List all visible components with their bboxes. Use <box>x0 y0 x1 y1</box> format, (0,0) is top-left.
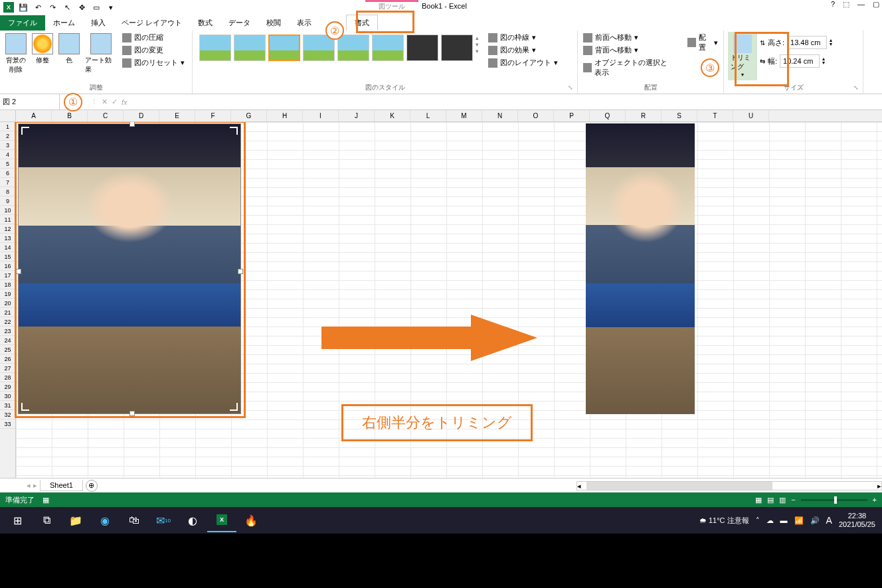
height-input[interactable] <box>787 36 827 49</box>
row-header-5[interactable]: 5 <box>0 159 15 169</box>
pic-layout-button[interactable]: 図のレイアウト ▾ <box>487 57 559 68</box>
col-header-T[interactable]: T <box>697 110 733 121</box>
col-header-A[interactable]: A <box>16 110 52 121</box>
sheet-nav-first[interactable]: ◂ <box>27 481 31 490</box>
edge-icon[interactable]: ◉ <box>90 508 120 532</box>
row-header-28[interactable]: 28 <box>0 373 15 382</box>
wifi-icon[interactable]: 📶 <box>794 516 804 525</box>
tab-data[interactable]: データ <box>220 15 258 31</box>
row-header-19[interactable]: 19 <box>0 289 15 299</box>
row-header-29[interactable]: 29 <box>0 382 15 392</box>
hscroll[interactable]: ◂ ▸ <box>576 481 882 490</box>
row-header-22[interactable]: 22 <box>0 317 15 327</box>
ribbon-opts-button[interactable]: ⬚ <box>843 0 849 9</box>
col-header-N[interactable]: N <box>482 110 518 121</box>
cancel-fx-icon[interactable]: ✕ <box>102 98 108 106</box>
style-thumb-7[interactable] <box>406 35 438 61</box>
row-header-26[interactable]: 26 <box>0 354 15 364</box>
row-header-23[interactable]: 23 <box>0 327 15 336</box>
row-header-24[interactable]: 24 <box>0 336 15 345</box>
col-header-S[interactable]: S <box>662 110 697 121</box>
save-icon[interactable]: 💾 <box>17 1 29 13</box>
style-thumb-5[interactable] <box>337 35 369 61</box>
name-box[interactable]: 図 2 <box>0 94 60 110</box>
row-header-13[interactable]: 13 <box>0 234 15 243</box>
row-header-7[interactable]: 7 <box>0 178 15 187</box>
sheet-nav-last[interactable]: ▸ <box>33 481 37 490</box>
row-header-2[interactable]: 2 <box>0 131 15 141</box>
row-header-17[interactable]: 17 <box>0 271 15 280</box>
picture-1[interactable] <box>18 123 241 414</box>
tab-review[interactable]: 校閲 <box>258 15 289 31</box>
sheet-tab-1[interactable]: Sheet1 <box>40 480 83 491</box>
cells-area[interactable]: 右側半分をトリミング <box>16 122 882 478</box>
mail-icon[interactable]: ✉10 <box>149 508 178 532</box>
tab-view[interactable]: 表示 <box>289 15 319 31</box>
trim-button[interactable]: トリミング ▾ <box>728 32 757 80</box>
fx-icon[interactable]: fx <box>122 98 128 106</box>
style-thumb-6[interactable] <box>372 35 404 61</box>
select-all-corner[interactable] <box>0 110 16 121</box>
col-header-L[interactable]: L <box>410 110 446 121</box>
row-header-4[interactable]: 4 <box>0 150 15 159</box>
excel-icon[interactable]: X <box>3 1 15 13</box>
touch-icon[interactable]: ✥ <box>76 1 88 13</box>
col-header-I[interactable]: I <box>303 110 339 121</box>
style-thumb-8[interactable] <box>441 35 473 61</box>
row-header-12[interactable]: 12 <box>0 224 15 234</box>
tab-layout[interactable]: ページ レイアウト <box>114 15 190 31</box>
more-icon[interactable]: ⋮ <box>90 98 98 106</box>
onedrive-icon[interactable]: ☁ <box>766 516 774 525</box>
maximize-button[interactable]: ▢ <box>873 0 879 9</box>
zoom-slider[interactable] <box>801 499 867 501</box>
col-header-R[interactable]: R <box>626 110 662 121</box>
row-header-21[interactable]: 21 <box>0 308 15 317</box>
col-header-F[interactable]: F <box>195 110 231 121</box>
row-header-25[interactable]: 25 <box>0 345 15 354</box>
tab-home[interactable]: ホーム <box>45 15 83 31</box>
row-header-16[interactable]: 16 <box>0 261 15 271</box>
add-sheet-button[interactable]: ⊕ <box>86 480 98 492</box>
reset-pic-button[interactable]: 図のリセット ▾ <box>121 57 186 68</box>
app-icon[interactable]: 🔥 <box>236 508 266 532</box>
clock[interactable]: 22:38 2021/05/25 <box>839 512 875 529</box>
col-header-O[interactable]: O <box>518 110 554 121</box>
view-layout-icon[interactable]: ▤ <box>767 496 774 504</box>
style-thumb-2[interactable] <box>234 35 266 61</box>
handle-t[interactable] <box>130 122 135 127</box>
pointer-icon[interactable]: ↖ <box>61 1 73 13</box>
col-header-U[interactable]: U <box>733 110 769 121</box>
minimize-button[interactable]: — <box>857 0 865 9</box>
art-effects-button[interactable]: アート効果 <box>84 32 118 76</box>
col-header-J[interactable]: J <box>339 110 375 121</box>
tab-formula[interactable]: 数式 <box>190 15 220 31</box>
qat-more-icon[interactable]: ▾ <box>105 1 117 13</box>
row-header-9[interactable]: 9 <box>0 196 15 206</box>
row-header-3[interactable]: 3 <box>0 141 15 150</box>
styles-launcher[interactable]: ⤡ <box>568 84 576 92</box>
worksheet-grid[interactable]: 1234567891011121314151617181920212223242… <box>0 122 882 478</box>
handle-b[interactable] <box>130 411 135 416</box>
battery-icon[interactable]: ▬ <box>780 516 788 524</box>
pic-border-button[interactable]: 図の枠線 ▾ <box>487 32 559 43</box>
row-header-31[interactable]: 31 <box>0 401 15 410</box>
bring-fwd-button[interactable]: 前面へ移動 ▾ <box>582 32 675 43</box>
pic-effects-button[interactable]: 図の効果 ▾ <box>487 44 559 56</box>
view-break-icon[interactable]: ▥ <box>779 496 786 504</box>
ime-icon[interactable]: A <box>826 515 832 526</box>
col-header-D[interactable]: D <box>124 110 159 121</box>
tab-format[interactable]: 書式 <box>346 15 378 31</box>
send-back-button[interactable]: 背面へ移動 ▾ <box>582 44 675 56</box>
col-header-P[interactable]: P <box>554 110 590 121</box>
excel-taskbar-icon[interactable]: X <box>207 508 236 532</box>
handle-l[interactable] <box>16 269 21 274</box>
macro-icon[interactable]: ▦ <box>43 496 49 504</box>
picture-2-cropped[interactable] <box>586 123 695 414</box>
row-header-11[interactable]: 11 <box>0 215 15 224</box>
row-header-15[interactable]: 15 <box>0 252 15 261</box>
align-button[interactable]: 配置 ▾ <box>686 32 719 53</box>
col-header-B[interactable]: B <box>52 110 88 121</box>
style-thumb-1[interactable] <box>199 35 231 61</box>
width-input[interactable] <box>780 54 820 68</box>
tab-file[interactable]: ファイル <box>0 15 45 31</box>
